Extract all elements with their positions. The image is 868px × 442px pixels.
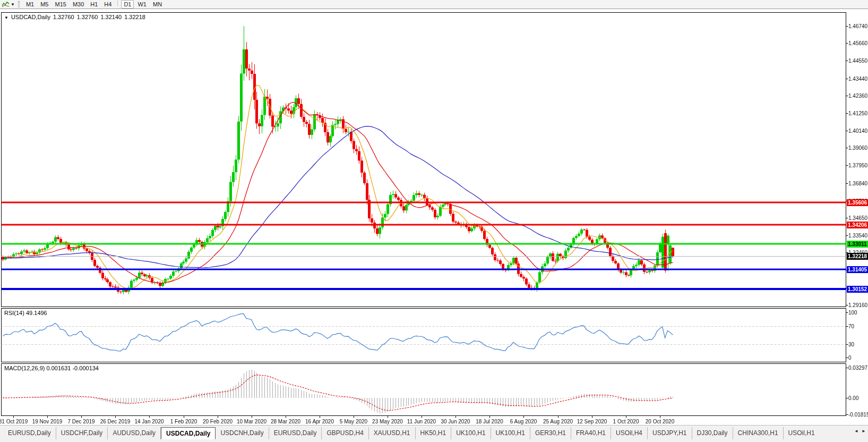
timeframe-button-m5[interactable]: M5 bbox=[38, 0, 51, 8]
rsi-pane-label: RSI(14) 49.1496 bbox=[4, 310, 47, 316]
application-window: ▼ M1M5M15M30H1H4D1W1MN ▼USDCAD,Daily1.32… bbox=[0, 0, 868, 442]
price-chart-canvas[interactable] bbox=[0, 9, 868, 425]
timeframe-button-mn[interactable]: MN bbox=[150, 0, 165, 8]
macd-pane-label: MACD(12,26,9) 0.001631 -0.000134 bbox=[4, 365, 99, 371]
date-axis-label: 31 Oct 2019 bbox=[0, 419, 28, 424]
symbol-tab-gbpusd-h4[interactable]: GBPUSD,H4 bbox=[322, 427, 368, 439]
date-axis-label: 7 Dec 2019 bbox=[67, 419, 94, 424]
symbol-tab-usdjpy-h1[interactable]: USDJPY,H1 bbox=[648, 427, 692, 439]
date-axis-label: 11 Jun 2020 bbox=[407, 419, 436, 424]
tabs-scroll-right-icon[interactable]: ► bbox=[862, 429, 867, 434]
tab-scroll-controls: ◄ ► bbox=[854, 429, 867, 434]
symbol-tab-dj30-daily[interactable]: DJ30,Daily bbox=[692, 427, 733, 439]
symbol-tab-uk100-h1[interactable]: UK100,H1 bbox=[491, 427, 530, 439]
price-axis-label: 1.34650 bbox=[848, 215, 868, 221]
price-axis-label: 1.36840 bbox=[848, 181, 868, 186]
symbol-tab-uk100-h1[interactable]: UK100,H1 bbox=[451, 427, 491, 439]
level-price-badge: 1.30152 bbox=[847, 286, 868, 293]
price-axis-label: 1.43440 bbox=[848, 76, 868, 82]
symbol-tab-xauusd-h1[interactable]: XAUUSD,H1 bbox=[369, 427, 416, 439]
price-axis-label: 100 bbox=[848, 310, 868, 316]
timeframe-button-h4[interactable]: H4 bbox=[101, 0, 114, 8]
symbol-tabs: EURUSD,DailyUSDCHF,DailyAUDUSD,DailyUSDC… bbox=[3, 427, 850, 439]
price-axis-label: 0.00 bbox=[848, 395, 868, 401]
date-axis-label: 10 Mar 2020 bbox=[237, 419, 267, 424]
symbol-tab-usoil-h1[interactable]: USOil,H1 bbox=[784, 427, 820, 439]
level-price-badge: 1.34206 bbox=[847, 222, 868, 228]
date-axis-label: 1 Oct 2020 bbox=[613, 419, 639, 424]
level-price-badge: 1.35606 bbox=[847, 199, 868, 206]
tabs-scroll-left-icon[interactable]: ◄ bbox=[854, 429, 860, 434]
date-axis-label: 19 Nov 2019 bbox=[32, 419, 63, 424]
symbol-tab-eurusd-daily[interactable]: EURUSD,Daily bbox=[269, 427, 322, 439]
price-axis-label: 1.41250 bbox=[848, 110, 868, 116]
chart-type-dropdown-caret-icon[interactable]: ▼ bbox=[11, 2, 15, 7]
chart-window: ▼USDCAD,Daily1.327601.327601.321401.3221… bbox=[0, 9, 868, 425]
price-axis-label: 1.42360 bbox=[848, 93, 868, 99]
price-axis-label: 1.45660 bbox=[848, 40, 868, 46]
date-axis-label: 18 Jul 2020 bbox=[476, 419, 503, 424]
symbol-tab-china300-h1[interactable]: CHINA300,H1 bbox=[733, 427, 784, 439]
date-axis-label: 16 Apr 2020 bbox=[305, 419, 334, 424]
current-price-badge: 1.32218 bbox=[847, 253, 868, 260]
date-axis-label: 30 Jun 2020 bbox=[441, 419, 470, 424]
ohlc-close: 1.32218 bbox=[124, 14, 145, 20]
price-axis-label: 1.44550 bbox=[848, 58, 868, 64]
price-axis-label: 30 bbox=[848, 342, 868, 347]
chart-title: ▼USDCAD,Daily1.327601.327601.321401.3221… bbox=[4, 14, 145, 20]
timeframe-button-m1[interactable]: M1 bbox=[23, 0, 37, 8]
chart-symbol: USDCAD,Daily bbox=[11, 14, 50, 20]
chart-type-icon[interactable] bbox=[2, 1, 10, 8]
date-axis-label: 20 Feb 2020 bbox=[203, 419, 233, 424]
date-axis-label: 14 Jan 2020 bbox=[134, 419, 164, 424]
symbol-tab-eurusd-daily[interactable]: EURUSD,Daily bbox=[3, 427, 56, 439]
symbol-tab-usdchf-daily[interactable]: USDCHF,Daily bbox=[56, 427, 108, 439]
ohlc-low: 1.32140 bbox=[100, 14, 122, 20]
price-axis-label: 0.032972 bbox=[848, 365, 868, 371]
price-axis-label: 1.33540 bbox=[848, 233, 868, 239]
date-axis-label: 25 Aug 2020 bbox=[543, 419, 573, 424]
symbol-tab-hk50-h1[interactable]: HK50,H1 bbox=[416, 427, 452, 439]
timeframe-button-w1[interactable]: W1 bbox=[135, 0, 149, 8]
price-axis-label: -0.01815 bbox=[848, 412, 868, 418]
price-axis-label: 1.46740 bbox=[848, 23, 868, 29]
date-axis-label: 26 Dec 2019 bbox=[100, 419, 131, 424]
timeframe-button-m15[interactable]: M15 bbox=[52, 0, 68, 8]
ohlc-open: 1.32760 bbox=[53, 14, 74, 20]
date-axis-label: 20 Oct 2020 bbox=[646, 419, 674, 424]
timeframe-toolbar: ▼ M1M5M15M30H1H4D1W1MN bbox=[0, 0, 868, 9]
date-axis-label: 6 Aug 2020 bbox=[510, 419, 537, 424]
timeframe-button-m30[interactable]: M30 bbox=[70, 0, 87, 8]
timeframe-buttons: M1M5M15M30H1H4D1W1MN bbox=[23, 0, 165, 8]
date-axis-label: 5 May 2020 bbox=[340, 419, 367, 424]
ohlc-high: 1.32760 bbox=[77, 14, 98, 20]
date-axis-label: 1 Feb 2020 bbox=[170, 419, 197, 424]
level-price-badge: 1.33011 bbox=[847, 241, 868, 248]
date-axis-label: 12 Sep 2020 bbox=[577, 419, 607, 424]
symbol-tab-fra40-h1[interactable]: FRA40,H1 bbox=[571, 427, 611, 439]
timeframe-button-h1[interactable]: H1 bbox=[88, 0, 100, 8]
symbol-tab-bar: EURUSD,DailyUSDCHF,DailyAUDUSD,DailyUSDC… bbox=[0, 425, 868, 442]
toolbar-grip bbox=[18, 1, 20, 7]
symbol-tab-ger30-h1[interactable]: GER30,H1 bbox=[530, 427, 571, 439]
timeframe-button-d1[interactable]: D1 bbox=[121, 0, 134, 8]
toolbar-separator bbox=[117, 0, 118, 6]
symbol-tab-usdcnh-daily[interactable]: USDCNH,Daily bbox=[216, 427, 269, 439]
symbol-tab-audusd-daily[interactable]: AUDUSD,Daily bbox=[108, 427, 161, 439]
symbol-tab-usoil-h4[interactable]: USOil,H4 bbox=[611, 427, 648, 439]
price-axis-label: 1.29160 bbox=[848, 302, 868, 308]
symbol-tab-usdcad-daily[interactable]: USDCAD,Daily bbox=[161, 427, 216, 439]
price-axis-label: 1.40140 bbox=[848, 128, 868, 134]
price-axis-label: 70 bbox=[848, 324, 868, 329]
price-axis-label: 1.37950 bbox=[848, 163, 868, 168]
price-axis-label: 1.39060 bbox=[848, 145, 868, 151]
level-price-badge: 1.31405 bbox=[847, 266, 868, 273]
collapse-triangle-icon[interactable]: ▼ bbox=[4, 15, 8, 20]
date-axis-label: 23 May 2020 bbox=[372, 419, 403, 424]
price-axis-label: 0 bbox=[848, 355, 868, 361]
date-axis-label: 28 Mar 2020 bbox=[271, 419, 300, 424]
